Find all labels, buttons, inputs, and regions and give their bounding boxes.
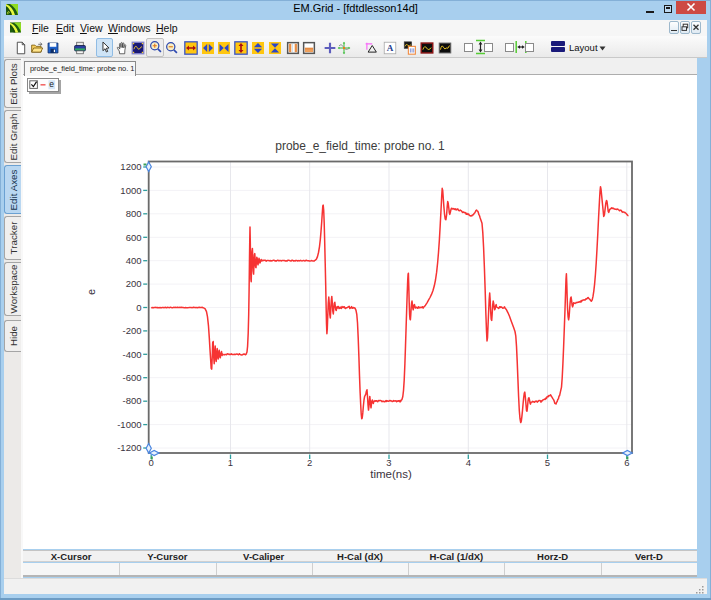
svg-text:0: 0 — [136, 302, 141, 313]
svg-text:5: 5 — [545, 457, 550, 468]
svg-text:600: 600 — [126, 232, 142, 243]
svg-text:-1200: -1200 — [117, 442, 141, 453]
svg-text:-600: -600 — [122, 372, 141, 383]
svg-text:-1000: -1000 — [117, 419, 141, 430]
svg-text:1200: 1200 — [120, 161, 141, 172]
svg-text:3: 3 — [386, 457, 391, 468]
svg-text:-200: -200 — [122, 325, 141, 336]
svg-text:e: e — [85, 289, 97, 295]
svg-text:-800: -800 — [122, 395, 141, 406]
svg-text:time(ns): time(ns) — [370, 468, 412, 480]
svg-text:-400: -400 — [122, 349, 141, 360]
svg-text:4: 4 — [466, 457, 471, 468]
svg-text:2: 2 — [307, 457, 312, 468]
svg-text:200: 200 — [126, 278, 142, 289]
svg-text:e: e — [49, 79, 54, 89]
svg-text:400: 400 — [126, 255, 142, 266]
svg-text:1: 1 — [228, 457, 233, 468]
svg-text:probe_e_field_time: probe no.: probe_e_field_time: probe no. 1 — [275, 139, 445, 153]
svg-text:800: 800 — [126, 208, 142, 219]
svg-text:1000: 1000 — [120, 185, 141, 196]
